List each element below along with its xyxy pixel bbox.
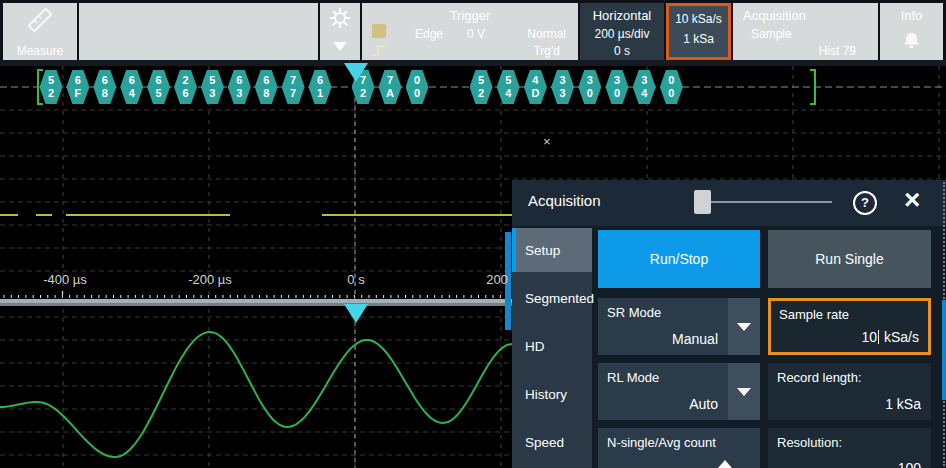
acquisition-mode: Sample [751,27,792,41]
sample-rate-readout-highlighted[interactable]: 10 kSa/s 1 kSa [666,3,731,60]
record-length-display: Record length: 1 kSa [768,363,931,420]
horizontal-section-button[interactable]: Horizontal 200 µs/div 0 s [580,3,664,60]
sr-mode-dropdown[interactable]: SR Mode Manual [598,298,760,355]
rl-mode-label: RL Mode [607,370,659,385]
sr-mode-label: SR Mode [607,305,661,320]
oscilloscope-screen: 526F686465265363687761727A0052544D333030… [0,0,946,468]
chevron-down-icon [333,42,347,51]
chevron-down-icon [737,388,751,396]
transparency-slider-handle[interactable] [694,190,711,214]
time-axis-label: -200 µs [188,272,232,287]
record-length-value: 1 kSa [669,32,728,46]
acquisition-history: Hist 79 [819,44,856,58]
trigger-status: Trg'd [533,44,560,58]
acquisition-dialog: Acquisition ? × SetupSegmentedHDHistoryS… [512,180,946,468]
trigger-position-marker-ruler[interactable] [344,304,368,323]
transparency-slider-track[interactable] [698,201,832,203]
trigger-title: Trigger [362,8,578,23]
trigger-position-marker-top[interactable] [344,63,368,82]
time-axis-label: -400 µs [43,272,87,287]
sample-rate-field-label: Sample rate [779,307,849,322]
trigger-source-icon [372,24,386,38]
tab-hd[interactable]: HD [512,324,592,368]
measure-label: Measure [3,44,77,58]
ruler-icon [25,5,55,35]
sample-rate-field[interactable]: Sample rate 10 kSa/s [768,298,931,355]
horizontal-title: Horizontal [580,8,664,23]
top-toolbar: Measure Trigger Edge 0 V [0,0,946,60]
help-icon[interactable]: ? [853,191,877,215]
tab-setup[interactable]: Setup [512,228,592,272]
record-length-label: Record length: [777,370,862,385]
record-length-field-value: 1 kSa [885,396,921,412]
spinner-up-icon[interactable] [718,460,732,468]
trigger-level: 0 V [467,27,485,41]
horizontal-scale: 200 µs/div [580,27,664,41]
sr-mode-value: Manual [672,331,718,347]
rl-mode-arrow[interactable] [728,363,760,420]
dialog-tab-list: SetupSegmentedHDHistorySpeed [512,228,592,468]
dialog-scrollbar-thumb[interactable] [942,300,946,400]
sample-rate-value: 10 kSa/s [669,12,728,26]
n-single-label: N-single/Avg count [607,435,716,450]
run-stop-button[interactable]: Run/Stop [598,230,760,288]
trigger-mode: Normal [527,27,566,41]
text-cursor [878,330,879,344]
resolution-label: Resolution: [777,435,842,450]
gear-icon [329,7,351,29]
chevron-down-icon [737,323,751,331]
rl-mode-dropdown[interactable]: RL Mode Auto [598,363,760,420]
tab-history[interactable]: History [512,372,592,416]
trigger-edge-icon [371,43,387,57]
trigger-section-button[interactable]: Trigger Edge 0 V Normal Trg'd [362,3,578,60]
info-title: Info [880,8,943,23]
resolution-value: 100 [898,460,921,468]
sample-rate-field-value: 10 [862,329,878,345]
sample-rate-field-unit: kSa/s [884,329,919,345]
reference-marker-icon: × [543,134,551,149]
toolbar-empty-area[interactable] [79,3,318,60]
sr-mode-arrow[interactable] [728,298,760,355]
tab-speed[interactable]: Speed [512,420,592,464]
info-button[interactable]: Info [880,3,943,60]
close-icon[interactable]: × [904,184,920,216]
horizontal-position: 0 s [580,44,664,58]
measure-button[interactable]: Measure [3,3,77,60]
acquisition-section-button[interactable]: Acquisition Sample Hist 79 [733,3,878,60]
acquisition-title: Acquisition [743,8,878,23]
run-single-button[interactable]: Run Single [768,230,931,288]
time-axis-label: 0 s [347,272,364,287]
rl-mode-value: Auto [689,396,718,412]
tab-segmented[interactable]: Segmented [512,276,592,320]
resolution-display: Resolution: 100 [768,428,931,468]
n-single-avg-count-field[interactable]: N-single/Avg count [598,428,760,468]
time-axis-label: 200 [486,272,508,287]
dialog-header[interactable]: Acquisition ? × [512,180,946,226]
dialog-title: Acquisition [528,192,601,209]
trigger-type: Edge [415,27,443,41]
bell-icon [902,31,921,49]
settings-button[interactable] [320,3,360,60]
